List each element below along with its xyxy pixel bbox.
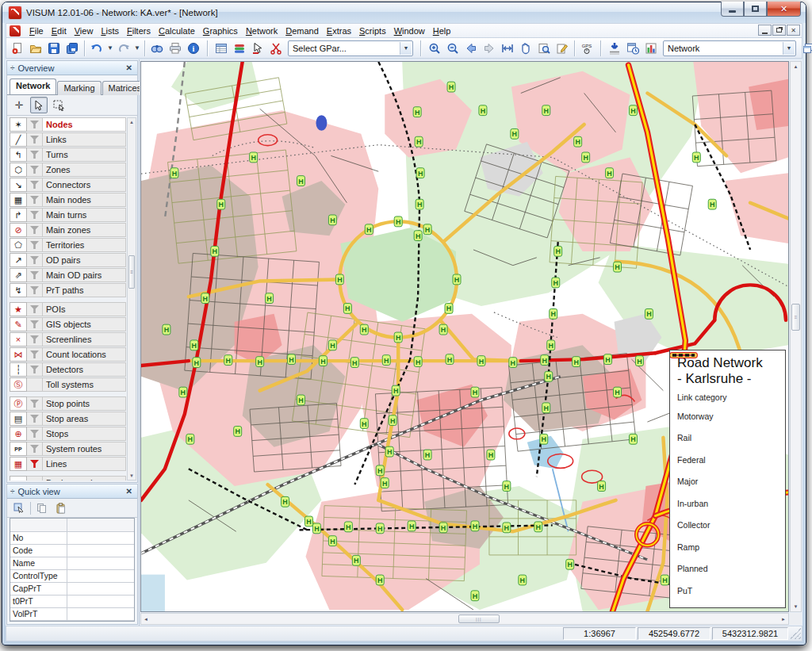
stop-marker[interactable]: H bbox=[503, 481, 511, 492]
scroll-right-icon[interactable]: ► bbox=[779, 614, 788, 624]
zoom-window-button[interactable] bbox=[535, 40, 553, 57]
title-bar[interactable]: VISUM 12.01-06 - Network: KA.ver* - [Net… bbox=[2, 2, 806, 23]
resize-grip[interactable] bbox=[790, 628, 801, 639]
filter-funnel-icon[interactable] bbox=[27, 208, 43, 222]
filter-funnel-icon[interactable] bbox=[27, 178, 43, 192]
layer-label[interactable]: Main turns bbox=[43, 208, 126, 222]
filter-funnel-icon[interactable] bbox=[27, 238, 43, 252]
layer-row-gis-objects[interactable]: ✎GIS objects bbox=[10, 317, 126, 331]
redo-button[interactable] bbox=[115, 40, 132, 57]
stop-marker[interactable]: H bbox=[439, 324, 447, 335]
stop-marker[interactable]: H bbox=[554, 246, 562, 256]
layer-row-prt-paths[interactable]: ↯PrT paths bbox=[10, 283, 126, 297]
layer-label[interactable]: OD pairs bbox=[43, 253, 126, 267]
menu-scripts[interactable]: Scripts bbox=[355, 25, 390, 36]
qv-row-volprt[interactable]: VolPrT bbox=[10, 608, 134, 621]
stop-marker[interactable]: H bbox=[328, 215, 336, 225]
stop-marker[interactable]: H bbox=[234, 427, 242, 437]
stop-marker[interactable]: H bbox=[201, 293, 209, 304]
timetable-button[interactable] bbox=[624, 40, 642, 57]
stop-marker[interactable]: H bbox=[335, 274, 343, 285]
layer-label[interactable]: Main OD pairs bbox=[43, 268, 126, 282]
view-combobox-arrow[interactable]: ▼ bbox=[783, 42, 795, 55]
stop-marker[interactable]: H bbox=[547, 340, 555, 350]
stop-marker[interactable]: H bbox=[604, 354, 612, 365]
stop-marker[interactable]: H bbox=[479, 105, 487, 116]
layer-label[interactable]: Links bbox=[43, 132, 126, 147]
filter-funnel-icon[interactable] bbox=[27, 193, 43, 207]
layer-label[interactable]: Turns bbox=[43, 147, 126, 162]
stop-marker[interactable]: H bbox=[282, 496, 289, 507]
stop-marker[interactable]: H bbox=[343, 304, 351, 314]
filter-funnel-icon[interactable] bbox=[27, 223, 43, 237]
layer-label[interactable]: POIs bbox=[43, 302, 126, 316]
filter-funnel-icon[interactable] bbox=[27, 253, 43, 267]
maximize-button[interactable] bbox=[744, 2, 767, 17]
filter-funnel-icon[interactable] bbox=[27, 332, 43, 347]
qv-attribute-value[interactable] bbox=[67, 557, 134, 569]
filter-funnel-icon[interactable] bbox=[27, 302, 43, 316]
qv-row-controltype[interactable]: ControlType bbox=[10, 570, 134, 583]
scroll-down-icon[interactable]: ▼ bbox=[128, 472, 136, 480]
quick-view-close-icon[interactable]: ✕ bbox=[124, 487, 134, 496]
layer-row-pois[interactable]: ★POIs bbox=[10, 302, 126, 316]
save-version-button[interactable] bbox=[63, 40, 81, 57]
layer-row-stop-areas[interactable]: ▤Stop areas bbox=[10, 412, 126, 426]
stop-marker[interactable]: H bbox=[352, 555, 360, 565]
overview-panel-header[interactable]: ÷ Overview ✕ bbox=[7, 61, 137, 75]
stop-marker[interactable]: H bbox=[304, 516, 312, 527]
layer-row-main-od-pairs[interactable]: ⇗Main OD pairs bbox=[10, 268, 126, 282]
menu-calculate[interactable]: Calculate bbox=[155, 25, 199, 36]
filter-funnel-icon[interactable] bbox=[27, 442, 43, 456]
stop-marker[interactable]: H bbox=[487, 450, 495, 460]
print-button[interactable] bbox=[167, 40, 184, 57]
stop-marker[interactable]: H bbox=[312, 523, 320, 534]
filter-funnel-icon[interactable] bbox=[27, 317, 43, 331]
layer-label[interactable]: Toll systems bbox=[43, 377, 126, 392]
stop-marker[interactable]: H bbox=[552, 278, 560, 288]
layer-label[interactable]: System routes bbox=[43, 442, 126, 456]
menu-extras[interactable]: Extras bbox=[323, 25, 355, 36]
stop-marker[interactable]: H bbox=[423, 450, 431, 460]
stop-marker[interactable]: H bbox=[416, 199, 423, 209]
scrollbar-thumb[interactable]: ||| bbox=[458, 615, 500, 623]
stop-marker[interactable]: H bbox=[446, 354, 454, 365]
new-version-button[interactable] bbox=[9, 40, 26, 57]
layer-row-main-turns[interactable]: ↱Main turns bbox=[10, 208, 126, 222]
stop-marker[interactable]: H bbox=[250, 152, 258, 163]
stop-marker[interactable]: H bbox=[297, 395, 305, 405]
menu-help[interactable]: Help bbox=[429, 25, 455, 36]
stop-marker[interactable]: H bbox=[382, 355, 390, 366]
new-window-button[interactable] bbox=[799, 40, 812, 57]
stop-marker[interactable]: H bbox=[550, 308, 557, 319]
layer-row-detectors[interactable]: ┆Detectors bbox=[10, 362, 126, 377]
stop-marker[interactable]: H bbox=[365, 224, 373, 235]
layer-label[interactable]: Detectors bbox=[43, 362, 126, 377]
qv-row-name[interactable]: Name bbox=[10, 557, 134, 570]
stop-marker[interactable]: H bbox=[414, 357, 422, 367]
layer-row-stops[interactable]: ⊕Stops bbox=[10, 427, 126, 441]
layer-label[interactable]: Stop points bbox=[43, 396, 126, 411]
stop-marker[interactable]: H bbox=[540, 434, 548, 444]
stop-marker[interactable]: H bbox=[447, 82, 455, 92]
layer-label[interactable]: Main zones bbox=[43, 223, 126, 237]
mdi-minimize-button[interactable] bbox=[758, 25, 772, 36]
layer-label[interactable]: Stops bbox=[43, 427, 126, 441]
stop-marker[interactable]: H bbox=[179, 387, 187, 397]
stop-marker[interactable]: H bbox=[256, 357, 264, 367]
zoom-in-button[interactable] bbox=[426, 40, 443, 57]
stop-marker[interactable]: H bbox=[376, 523, 384, 534]
gpar-select-button[interactable] bbox=[267, 40, 285, 57]
info-button[interactable]: i bbox=[185, 40, 202, 57]
stop-marker[interactable]: H bbox=[661, 575, 668, 585]
stop-marker[interactable]: H bbox=[360, 419, 368, 429]
stop-marker[interactable]: H bbox=[598, 481, 606, 492]
save-button[interactable] bbox=[45, 40, 63, 57]
filter-funnel-icon[interactable] bbox=[27, 268, 43, 282]
qv-attribute-value[interactable] bbox=[67, 532, 134, 544]
undo-dropdown-caret[interactable]: ▼ bbox=[106, 40, 114, 57]
layer-row-main-zones[interactable]: ⊘Main zones bbox=[10, 223, 126, 237]
menu-demand[interactable]: Demand bbox=[282, 25, 323, 36]
layer-row-main-nodes[interactable]: ▦Main nodes bbox=[10, 193, 126, 207]
view-forward-button[interactable] bbox=[481, 40, 498, 57]
